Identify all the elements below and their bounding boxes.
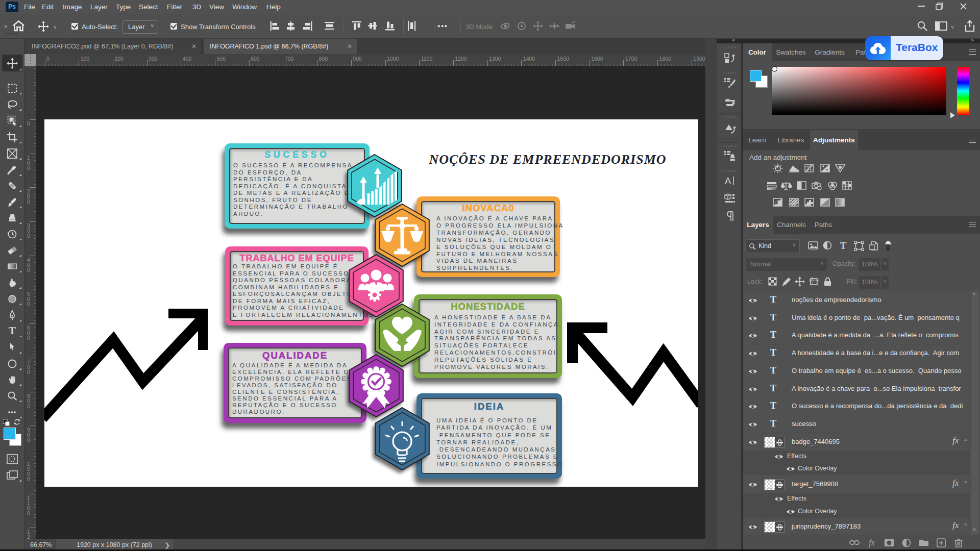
svg-text:fx: fx	[869, 538, 875, 547]
svg-text:A: A	[725, 176, 731, 186]
svg-text:T: T	[840, 241, 847, 251]
